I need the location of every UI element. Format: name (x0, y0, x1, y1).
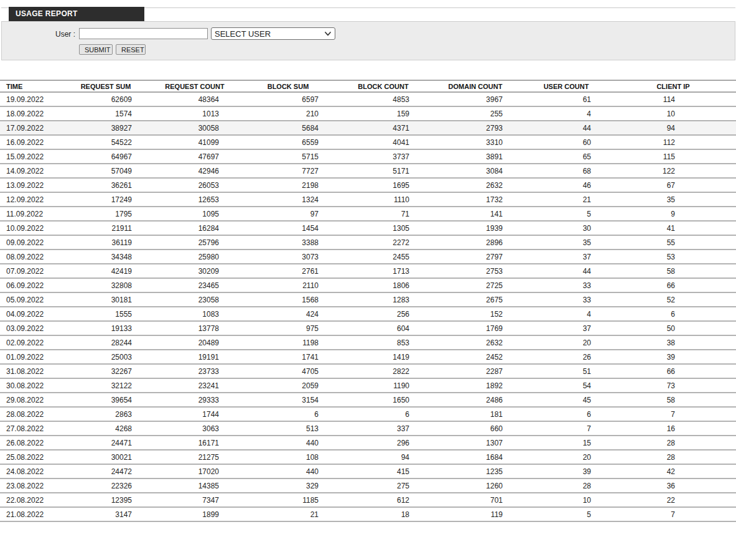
cell-value: 66 (610, 278, 736, 292)
cell-value: 2822 (338, 364, 429, 378)
cell-value: 62609 (60, 92, 151, 106)
cell-time: 14.09.2022 (0, 164, 60, 178)
cell-value: 32808 (60, 278, 151, 292)
cell-value: 54 (522, 378, 610, 393)
cell-value: 2797 (429, 250, 522, 264)
cell-value: 256 (338, 307, 429, 321)
cell-value: 30181 (60, 292, 151, 307)
cell-value: 4705 (238, 364, 338, 378)
cell-value: 853 (338, 335, 429, 350)
cell-value: 73 (610, 378, 736, 393)
cell-value: 6559 (238, 135, 338, 149)
cell-value: 30058 (151, 121, 238, 135)
cell-time: 29.08.2022 (0, 393, 60, 407)
cell-value: 29333 (151, 393, 238, 407)
cell-time: 01.09.2022 (0, 350, 60, 364)
cell-value: 97 (238, 207, 338, 221)
cell-value: 37 (522, 250, 610, 264)
cell-value: 46 (522, 178, 610, 192)
cell-value: 112 (610, 135, 736, 149)
table-row: 31.08.202232267237334705282222875166 (0, 364, 736, 378)
cell-value: 24471 (60, 436, 151, 450)
cell-value: 2793 (429, 121, 522, 135)
table-row: 02.09.20222824420489119885326322038 (0, 335, 736, 350)
cell-value: 2761 (238, 264, 338, 278)
cell-time: 06.09.2022 (0, 278, 60, 292)
cell-value: 2896 (429, 235, 522, 250)
reset-button[interactable]: RESET (116, 44, 146, 55)
cell-value: 39 (522, 464, 610, 478)
page-title: USAGE REPORT (9, 7, 144, 21)
cell-time: 28.08.2022 (0, 407, 60, 421)
cell-value: 25003 (60, 350, 151, 364)
cell-value: 181 (429, 407, 522, 421)
table-row: 14.09.2022570494294677275171308468122 (0, 164, 736, 178)
cell-value: 16171 (151, 436, 238, 450)
cell-value: 1769 (429, 321, 522, 335)
cell-value: 33 (522, 278, 610, 292)
table-row: 09.09.202236119257963388227228963555 (0, 235, 736, 250)
table-header: TIMEREQUEST SUMREQUEST COUNTBLOCK SUMBLO… (0, 80, 736, 92)
cell-value: 7 (522, 421, 610, 436)
cell-value: 23465 (151, 278, 238, 292)
cell-value: 1795 (60, 207, 151, 221)
cell-value: 4853 (338, 92, 429, 106)
cell-value: 1110 (338, 192, 429, 207)
cell-value: 1744 (151, 407, 238, 421)
cell-value: 28 (522, 478, 610, 493)
cell-value: 71 (338, 207, 429, 221)
cell-value: 2110 (238, 278, 338, 292)
cell-value: 23058 (151, 292, 238, 307)
table-row: 08.09.202234348259803073245527973753 (0, 250, 736, 264)
table-row: 25.08.202230021212751089416842028 (0, 450, 736, 464)
submit-button[interactable]: SUBMIT (79, 44, 113, 55)
cell-value: 54522 (60, 135, 151, 149)
cell-value: 35 (610, 192, 736, 207)
cell-time: 04.09.2022 (0, 307, 60, 321)
cell-value: 25980 (151, 250, 238, 264)
cell-value: 210 (238, 106, 338, 121)
cell-value: 28244 (60, 335, 151, 350)
cell-value: 6 (522, 407, 610, 421)
cell-value: 4 (522, 307, 610, 321)
cell-value: 513 (238, 421, 338, 436)
cell-value: 2863 (60, 407, 151, 421)
cell-time: 25.08.2022 (0, 450, 60, 464)
table-row: 03.09.2022191331377897560417693750 (0, 321, 736, 335)
cell-value: 42 (610, 464, 736, 478)
cell-value: 44 (522, 264, 610, 278)
user-input[interactable] (79, 28, 208, 39)
cell-value: 12395 (60, 493, 151, 507)
column-header-request-count: REQUEST COUNT (151, 80, 238, 92)
cell-value: 53 (610, 250, 736, 264)
cell-value: 296 (338, 436, 429, 450)
cell-value: 5171 (338, 164, 429, 178)
cell-value: 55 (610, 235, 736, 250)
cell-time: 27.08.2022 (0, 421, 60, 436)
cell-value: 1307 (429, 436, 522, 450)
cell-value: 26 (522, 350, 610, 364)
user-select-wrap: SELECT USER (211, 27, 335, 40)
cell-value: 3073 (238, 250, 338, 264)
cell-value: 28 (610, 450, 736, 464)
user-select[interactable]: SELECT USER (211, 27, 335, 40)
cell-value: 36119 (60, 235, 151, 250)
cell-value: 2632 (429, 178, 522, 192)
cell-value: 6 (610, 307, 736, 321)
cell-value: 19133 (60, 321, 151, 335)
table-row: 19.09.2022626094836465974853396761114 (0, 92, 736, 106)
cell-time: 05.09.2022 (0, 292, 60, 307)
cell-value: 1419 (338, 350, 429, 364)
table-row: 16.09.2022545224109965594041331060112 (0, 135, 736, 149)
table-row: 15.09.2022649674769757153737389165115 (0, 149, 736, 164)
table-row: 26.08.2022244711617144029613071528 (0, 436, 736, 450)
table-row: 06.09.202232808234652110180627253366 (0, 278, 736, 292)
cell-value: 42419 (60, 264, 151, 278)
cell-value: 41099 (151, 135, 238, 149)
cell-value: 37 (522, 321, 610, 335)
cell-value: 6 (238, 407, 338, 421)
cell-value: 26053 (151, 178, 238, 192)
cell-value: 34348 (60, 250, 151, 264)
cell-value: 14385 (151, 478, 238, 493)
cell-value: 2486 (429, 393, 522, 407)
